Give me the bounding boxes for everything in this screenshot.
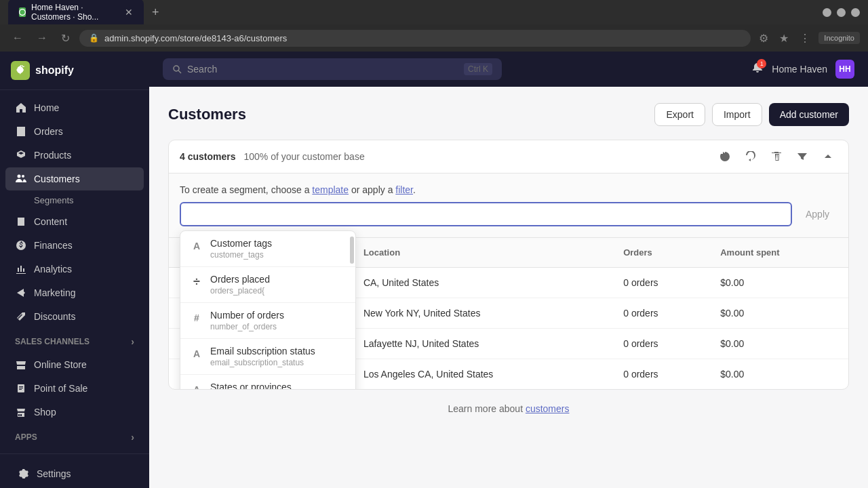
dropdown-item-label-3: Number of orders: [210, 310, 284, 321]
address-bar[interactable]: 🔒 admin.shopify.com/store/de8143-a6/cust…: [79, 30, 751, 47]
sidebar-item-customers[interactable]: Customers: [5, 167, 144, 190]
store-name[interactable]: Home Haven: [772, 64, 827, 75]
sidebar-item-online-store[interactable]: Online Store: [5, 353, 144, 376]
search-placeholder: Search: [187, 64, 458, 75]
search-shortcut: Ctrl K: [464, 63, 492, 75]
filter-btn[interactable]: [793, 148, 812, 165]
sales-channels-label: Sales channels: [15, 337, 90, 346]
dropdown-item-key-4: email_subscription_status: [210, 358, 315, 367]
row-0-amount: $0.00: [709, 268, 848, 298]
dropdown-item-content-5: States or provinces customer_regions: [210, 382, 292, 390]
dropdown-item-key-2: orders_placed{: [210, 286, 270, 296]
tab-favicon: [19, 7, 26, 17]
sidebar-item-discounts[interactable]: Discounts: [5, 305, 144, 328]
delete-segment-btn[interactable]: [767, 148, 786, 165]
new-tab-button[interactable]: +: [152, 5, 159, 20]
svg-line-5: [178, 70, 181, 73]
dropdown-scrollbar[interactable]: [350, 237, 354, 264]
row-3-amount: $0.00: [709, 359, 848, 390]
dropdown-item-label-4: Email subscription status: [210, 346, 315, 357]
sidebar-item-online-store-label: Online Store: [34, 359, 87, 370]
sidebar-item-finances[interactable]: Finances: [5, 234, 144, 257]
filter-link[interactable]: filter: [395, 184, 413, 195]
url-text: admin.shopify.com/store/de8143-a6/custom…: [104, 33, 741, 43]
sidebar-nav: Home Orders Products Customers: [0, 90, 149, 453]
dropdown-item-email-subscription[interactable]: A Email subscription status email_subscr…: [180, 339, 355, 375]
maximize-button[interactable]: [837, 8, 846, 17]
header-actions: Export Import Add customer: [654, 103, 849, 126]
dropdown-item-content: Customer tags customer_tags: [210, 238, 272, 260]
sidebar-item-orders[interactable]: Orders: [5, 120, 144, 143]
shopify-icon: [11, 61, 30, 80]
sidebar-item-point-of-sale[interactable]: Point of Sale: [5, 377, 144, 400]
sidebar-item-content[interactable]: Content: [5, 210, 144, 233]
row-0-location: CA, United States: [353, 268, 612, 298]
dropdown-item-customer-tags[interactable]: A Customer tags customer_tags: [180, 231, 355, 267]
refresh-customers-btn[interactable]: [715, 148, 734, 165]
dropdown-item-label: Customer tags: [210, 238, 272, 249]
forward-button[interactable]: →: [33, 29, 52, 47]
store-avatar[interactable]: HH: [835, 60, 854, 79]
sidebar-item-orders-label: Orders: [34, 126, 63, 137]
customers-learn-more-link[interactable]: customers: [526, 403, 570, 414]
sidebar-item-home[interactable]: Home: [5, 96, 144, 119]
row-3-location: Los Angeles CA, United States: [353, 359, 612, 390]
sidebar-item-shop-label: Shop: [34, 407, 56, 418]
dropdown-item-states[interactable]: A States or provinces customer_regions: [180, 375, 355, 390]
reload-btn[interactable]: [741, 148, 760, 165]
minimize-button[interactable]: [823, 8, 831, 17]
sidebar-item-discounts-label: Discounts: [34, 311, 75, 322]
sidebar-item-home-label: Home: [34, 102, 59, 113]
topbar-right: 1 Home Haven HH: [751, 60, 854, 79]
notification-badge: 1: [757, 59, 766, 68]
th-orders: Orders: [612, 238, 709, 268]
online-store-icon: [15, 359, 27, 371]
apply-button[interactable]: Apply: [797, 205, 837, 224]
col-orders-label: Orders: [623, 247, 652, 258]
row-3-orders: 0 orders: [612, 359, 709, 390]
notification-button[interactable]: 1: [751, 62, 764, 77]
expand-icon[interactable]: ›: [131, 336, 134, 347]
back-button[interactable]: ←: [8, 29, 27, 47]
apps-section: Apps ›: [5, 426, 144, 448]
orders-icon: [15, 125, 27, 138]
import-button[interactable]: Import: [712, 103, 762, 126]
close-button[interactable]: [851, 8, 860, 17]
collapse-btn[interactable]: [818, 148, 837, 165]
tab-close-btn[interactable]: ✕: [125, 7, 133, 18]
apps-label: Apps: [15, 432, 37, 442]
apps-expand-icon[interactable]: ›: [131, 432, 134, 443]
dropdown-item-number-of-orders[interactable]: # Number of orders number_of_orders: [180, 303, 355, 339]
products-icon: [15, 149, 27, 161]
add-customer-button[interactable]: Add customer: [769, 103, 849, 126]
row-1-amount: $0.00: [709, 298, 848, 329]
finances-icon: [15, 239, 27, 251]
page-content: Customers Export Import Add customer 4 c…: [149, 87, 868, 488]
active-tab[interactable]: Home Haven · Customers · Sho... ✕: [8, 0, 144, 26]
sidebar-item-marketing[interactable]: Marketing: [5, 281, 144, 304]
row-2-amount: $0.00: [709, 329, 848, 359]
sidebar-item-products[interactable]: Products: [5, 144, 144, 167]
refresh-button[interactable]: ↻: [57, 29, 74, 47]
template-link[interactable]: template: [312, 184, 349, 195]
export-button[interactable]: Export: [654, 103, 705, 126]
row-2-orders: 0 orders: [612, 329, 709, 359]
segment-input[interactable]: [180, 202, 792, 226]
discounts-icon: [15, 310, 27, 323]
panel-header: 4 customers 100% of your customer base: [169, 140, 848, 174]
sidebar-item-marketing-label: Marketing: [34, 287, 75, 298]
sidebar-item-shop[interactable]: Shop: [5, 401, 144, 424]
sidebar-item-settings[interactable]: Settings: [8, 462, 141, 485]
dropdown-item-orders-placed[interactable]: ÷ Orders placed orders_placed{: [180, 267, 355, 303]
sidebar-item-analytics[interactable]: Analytics: [5, 258, 144, 281]
sidebar-item-segments[interactable]: Segments: [5, 191, 144, 209]
svg-point-2: [23, 313, 25, 315]
incognito-badge[interactable]: Incognito: [818, 32, 860, 44]
extensions-button[interactable]: ⚙: [756, 29, 771, 47]
shopify-logo: shopify: [11, 61, 74, 80]
shop-icon: [15, 406, 27, 418]
bookmark-button[interactable]: ★: [776, 29, 791, 47]
row-1-orders: 0 orders: [612, 298, 709, 329]
menu-button[interactable]: ⋮: [797, 29, 813, 47]
search-bar[interactable]: Search Ctrl K: [163, 58, 502, 80]
